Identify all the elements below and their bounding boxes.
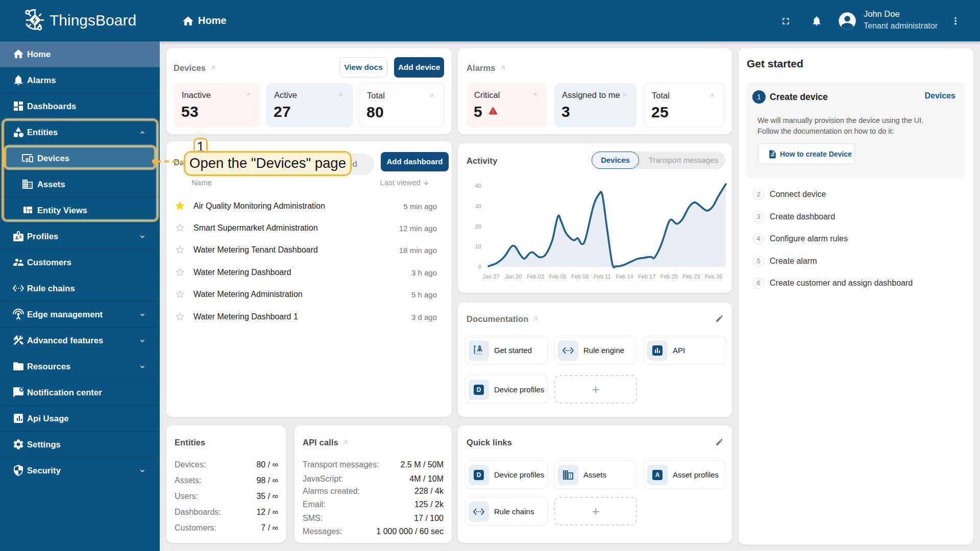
- svg-text:Feb 26: Feb 26: [705, 273, 722, 280]
- svg-text:Feb 11: Feb 11: [594, 273, 610, 280]
- svg-text:Jan 30: Jan 30: [505, 273, 522, 280]
- svg-text:10: 10: [475, 243, 481, 249]
- svg-text:Feb 02: Feb 02: [527, 273, 544, 280]
- svg-text:Feb 23: Feb 23: [682, 273, 700, 280]
- svg-text:Jan 27: Jan 27: [482, 273, 499, 280]
- svg-text:30: 30: [475, 203, 481, 209]
- svg-text:Feb 17: Feb 17: [638, 273, 655, 280]
- svg-text:Feb 14: Feb 14: [616, 273, 633, 280]
- svg-text:40: 40: [475, 183, 481, 189]
- svg-text:Feb 20: Feb 20: [660, 273, 678, 280]
- svg-text:20: 20: [475, 223, 481, 230]
- svg-text:0: 0: [478, 264, 481, 270]
- svg-text:Feb 08: Feb 08: [571, 273, 589, 280]
- svg-text:Feb 05: Feb 05: [549, 273, 567, 280]
